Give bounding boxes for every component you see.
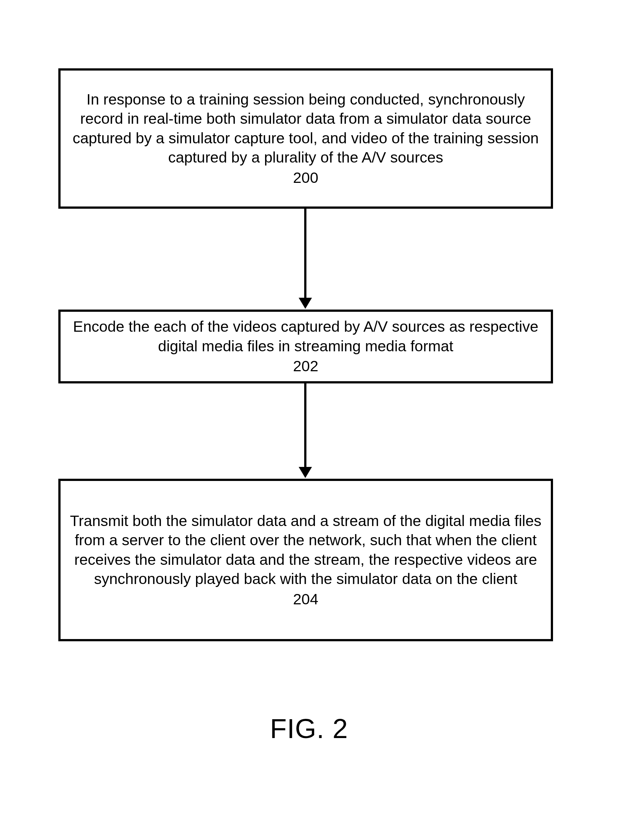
step-200-text: In response to a training session being … xyxy=(68,90,544,167)
flowchart-step-200: In response to a training session being … xyxy=(58,69,553,209)
figure-label: FIG. 2 xyxy=(0,713,618,744)
step-202-text: Encode the each of the videos captured b… xyxy=(68,317,544,356)
flowchart-step-202: Encode the each of the videos captured b… xyxy=(58,310,553,383)
step-200-ref: 200 xyxy=(293,168,318,187)
arrow-202-to-204-head xyxy=(299,467,312,478)
step-204-ref: 204 xyxy=(293,590,318,609)
step-202-ref: 202 xyxy=(293,356,318,376)
step-204-text: Transmit both the simulator data and a s… xyxy=(68,511,544,589)
flowchart-canvas: In response to a training session being … xyxy=(0,0,618,840)
arrow-202-to-204-shaft xyxy=(304,383,306,468)
flowchart-step-204: Transmit both the simulator data and a s… xyxy=(58,479,553,641)
arrow-200-to-202-shaft xyxy=(304,209,306,299)
arrow-200-to-202-head xyxy=(299,298,312,309)
